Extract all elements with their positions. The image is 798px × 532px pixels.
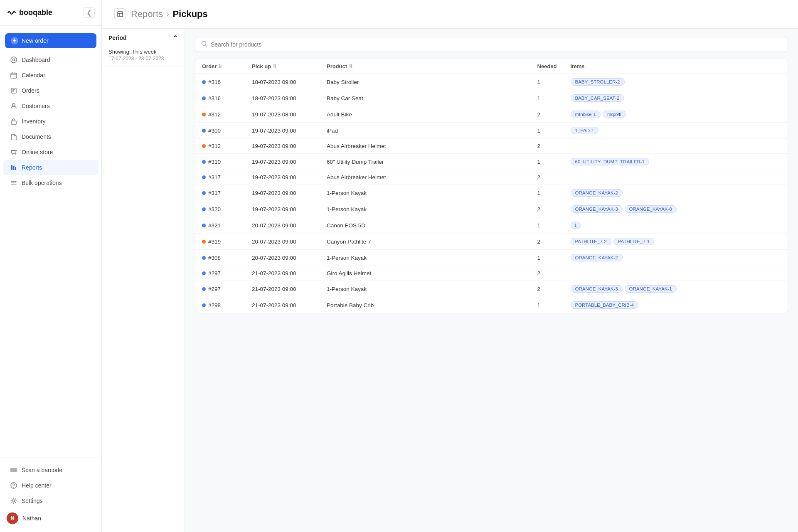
item-badge: 1 [571,222,581,229]
order-status-dot [202,175,206,179]
item-badge: PATHLITE_7-1 [613,238,654,245]
col-order: Order ⇅ [202,63,252,69]
cell-product: Baby Stroller [327,79,537,85]
inventory-icon [10,118,17,125]
table-row[interactable]: #308 20-07-2023 09:00 1-Person Kayak 1 O… [195,250,788,266]
cell-product: Abus Airbreaker Helmet [327,143,537,149]
order-number: #312 [208,143,221,149]
table-row[interactable]: #312 19-07-2023 09:00 Abus Airbreaker He… [195,139,788,154]
item-badge: ORANGE_KAYAK-1 [625,285,677,293]
new-order-label: New order [22,37,49,44]
dashboard-icon [10,56,17,64]
order-status-dot [202,129,206,133]
col-needed: Needed [537,63,571,69]
topbar: Reports › Pickups [102,0,798,29]
cell-pickup: 19-07-2023 09:00 [252,174,327,180]
sort-order-icon[interactable]: ⇅ [218,64,222,69]
table-row[interactable]: #317 19-07-2023 09:00 1-Person Kayak 1 O… [195,185,788,201]
cell-pickup: 19-07-2023 09:00 [252,128,327,134]
sidebar-item-label: Orders [22,87,39,94]
sidebar-bottom: Scan a barcode Help center Settings N Na… [0,458,101,532]
order-number: #308 [208,255,221,261]
order-number: #310 [208,159,221,165]
svg-rect-14 [118,12,123,17]
svg-rect-2 [11,73,17,78]
sidebar-item-calendar[interactable]: Calendar [3,68,98,83]
sidebar-item-customers[interactable]: Customers [3,99,98,113]
filter-date-range: 17-07-2023 - 23-07-2023 [108,56,178,62]
table-row[interactable]: #310 19-07-2023 09:00 60" Utility Dump T… [195,154,788,170]
order-status-dot [202,191,206,195]
table-row[interactable]: #312 19-07-2023 08:00 Adult Bike 2 mtnbi… [195,106,788,123]
cell-needed: 1 [537,79,571,85]
table-row[interactable]: #316 18-07-2023 09:00 Baby Car Seat 1 BA… [195,90,788,106]
order-status-dot [202,144,206,148]
cell-items: ORANGE_KAYAK-2 [571,254,781,261]
sidebar-item-reports[interactable]: Reports [3,160,98,175]
svg-point-4 [12,103,15,106]
sidebar-item-documents[interactable]: Documents [3,129,98,144]
cell-product: Canyon Pathlite 7 [327,239,537,245]
table-row[interactable]: #317 19-07-2023 09:00 Abus Airbreaker He… [195,170,788,185]
cell-order: #300 [202,128,252,134]
period-label: Period [108,34,127,41]
breadcrumb-current: Pickups [172,9,207,20]
order-number: #317 [208,174,221,180]
cell-needed: 2 [537,239,571,245]
sidebar-item-dashboard[interactable]: Dashboard [3,52,98,67]
sidebar-item-scan-barcode[interactable]: Scan a barcode [3,463,98,478]
search-input[interactable] [211,41,782,48]
sort-pickup-icon[interactable]: ⇅ [273,64,276,69]
sidebar-item-online-store[interactable]: Online store [3,145,98,160]
cell-needed: 1 [537,190,571,196]
table-row[interactable]: #319 20-07-2023 09:00 Canyon Pathlite 7 … [195,234,788,250]
cell-order: #321 [202,222,252,229]
main-content: Reports › Pickups Period ⌃ Showing: This… [102,0,798,532]
cell-order: #310 [202,159,252,165]
content-area: Period ⌃ Showing: This week 17-07-2023 -… [102,29,798,532]
period-filter-header[interactable]: Period ⌃ [102,29,185,47]
user-profile[interactable]: N Nathan [0,509,101,528]
cell-order: #312 [202,143,252,149]
table-row[interactable]: #316 18-07-2023 09:00 Baby Stroller 1 BA… [195,74,788,90]
cell-items: mtnbike-1mqx9fl [571,111,781,118]
cell-product: 1-Person Kayak [327,190,537,196]
sidebar-item-label: Online store [22,149,53,155]
cell-pickup: 18-07-2023 09:00 [252,79,327,85]
new-order-button[interactable]: + New order [5,33,96,48]
table-row[interactable]: #300 19-07-2023 09:00 iPad 1 1_PAD-1 [195,123,788,139]
table-row[interactable]: #298 21-07-2023 09:00 Portable Baby Crib… [195,297,788,313]
table-row[interactable]: #297 21-07-2023 09:00 Giro Agilis Helmet… [195,266,788,281]
cell-pickup: 20-07-2023 09:00 [252,239,327,245]
sidebar-item-help[interactable]: Help center [3,478,98,493]
sort-product-icon[interactable]: ⇅ [349,64,352,69]
sidebar-item-settings[interactable]: Settings [3,493,98,508]
item-badge: ORANGE_KAYAK-2 [571,189,623,197]
svg-point-13 [13,500,15,502]
order-status-dot [202,303,206,307]
cell-needed: 1 [537,159,571,165]
order-status-dot [202,113,206,116]
item-badge: PATHLITE_7-2 [571,238,611,245]
sidebar-item-label: Customers [22,103,50,109]
reports-icon [10,164,17,171]
svg-point-12 [13,487,14,488]
cell-product: 1-Person Kayak [327,286,537,292]
order-status-dot [202,160,206,164]
sidebar-item-bulk-operations[interactable]: Bulk operations [3,175,98,190]
item-badge: 1_PAD-1 [571,127,599,134]
app-logo: booqable [7,8,52,18]
app-name: booqable [19,8,52,17]
sidebar-item-inventory[interactable]: Inventory [3,114,98,129]
sidebar-item-orders[interactable]: Orders [3,83,98,98]
sidebar-collapse-button[interactable]: ❮ [84,7,95,18]
table-row[interactable]: #321 20-07-2023 09:00 Canon EOS 5D 1 1 [195,217,788,234]
table-row[interactable]: #320 19-07-2023 09:00 1-Person Kayak 2 O… [195,201,788,217]
cell-order: #298 [202,302,252,308]
item-badge: BABY_STROLLER-2 [571,78,625,86]
order-number: #297 [208,286,221,292]
table-row[interactable]: #297 21-07-2023 09:00 1-Person Kayak 2 O… [195,281,788,297]
store-icon [10,148,17,156]
sidebar-item-label: Bulk operations [22,180,62,186]
period-filter-section: Period ⌃ Showing: This week 17-07-2023 -… [102,29,185,67]
